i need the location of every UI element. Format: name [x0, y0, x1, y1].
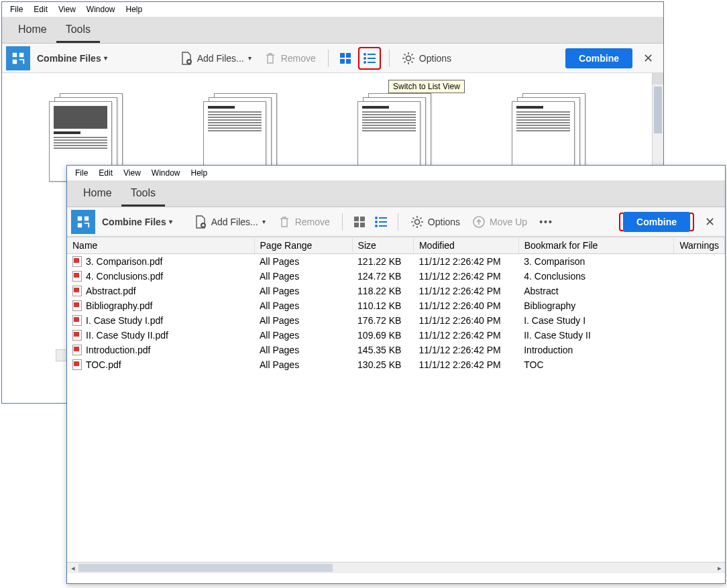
- col-size[interactable]: Size: [352, 237, 413, 254]
- svg-rect-24: [379, 217, 387, 219]
- table-row[interactable]: Introduction.pdfAll Pages145.35 KB11/1/1…: [67, 343, 725, 357]
- add-files-button[interactable]: Add Files... ▾: [176, 49, 256, 68]
- svg-rect-11: [368, 58, 376, 59]
- menu-window[interactable]: Window: [146, 167, 186, 179]
- combine-files-label[interactable]: Combine Files ▾: [102, 217, 172, 227]
- options-button[interactable]: Options: [406, 213, 464, 231]
- cell-size: 130.25 KB: [352, 357, 413, 372]
- list-view-button[interactable]: [372, 213, 390, 231]
- combine-files-badge-icon: [6, 46, 30, 70]
- svg-rect-2: [13, 59, 17, 63]
- tab-home[interactable]: Home: [9, 17, 56, 43]
- svg-rect-17: [78, 223, 82, 227]
- combine-files-text: Combine Files: [102, 217, 166, 227]
- table-row[interactable]: Abstract.pdfAll Pages118.22 KB11/1/12 2:…: [67, 284, 725, 298]
- cell-bookmark: II. Case Study II: [518, 328, 674, 343]
- pdf-icon: [72, 315, 82, 326]
- svg-rect-4: [340, 53, 345, 58]
- cell-warnings: [674, 254, 725, 270]
- options-label: Options: [428, 217, 460, 227]
- cell-modified: 11/1/12 2:26:42 PM: [413, 254, 518, 270]
- menu-view[interactable]: View: [53, 3, 81, 15]
- pdf-icon: [72, 300, 82, 311]
- cell-warnings: [674, 298, 725, 313]
- svg-rect-5: [346, 53, 351, 58]
- table-row[interactable]: 3. Comparison.pdfAll Pages121.22 KB11/1/…: [67, 254, 725, 270]
- gear-icon: [410, 215, 424, 229]
- scroll-left-icon[interactable]: ◂: [67, 564, 78, 573]
- add-files-label: Add Files...: [211, 217, 258, 227]
- col-name[interactable]: Name: [67, 237, 254, 254]
- cell-warnings: [674, 343, 725, 357]
- gear-icon: [402, 52, 415, 65]
- cell-modified: 11/1/12 2:26:42 PM: [413, 284, 518, 298]
- scroll-right-icon[interactable]: ▸: [714, 564, 725, 573]
- cell-size: 121.22 KB: [352, 254, 413, 270]
- cell-range: All Pages: [254, 357, 352, 372]
- combine-files-label[interactable]: Combine Files ▾: [37, 53, 107, 64]
- table-row[interactable]: I. Case Study I.pdfAll Pages176.72 KB11/…: [67, 313, 725, 328]
- cell-modified: 11/1/12 2:26:42 PM: [413, 343, 518, 357]
- options-button[interactable]: Options: [398, 49, 455, 68]
- toolbar-separator: [389, 50, 390, 67]
- cell-name: Abstract.pdf: [67, 284, 254, 298]
- cell-name: TOC.pdf: [67, 357, 254, 372]
- cell-modified: 11/1/12 2:26:40 PM: [413, 298, 518, 313]
- tab-tools[interactable]: Tools: [56, 17, 100, 43]
- svg-rect-22: [360, 223, 365, 227]
- col-warnings[interactable]: Warnings: [674, 237, 725, 254]
- cell-warnings: [674, 328, 725, 343]
- tabbar: Home Tools: [2, 17, 663, 44]
- menu-window[interactable]: Window: [81, 3, 121, 15]
- list-view-button[interactable]: [361, 50, 378, 67]
- table-row[interactable]: TOC.pdfAll Pages130.25 KB11/1/12 2:26:42…: [67, 357, 725, 372]
- cell-bookmark: I. Case Study I: [518, 313, 674, 328]
- remove-label: Remove: [281, 53, 316, 64]
- menu-edit[interactable]: Edit: [93, 167, 118, 179]
- pdf-icon: [72, 271, 82, 282]
- combine-button[interactable]: Combine: [565, 48, 632, 68]
- col-pagerange[interactable]: Page Range: [254, 237, 352, 254]
- tab-tools[interactable]: Tools: [121, 180, 165, 207]
- close-panel-button[interactable]: ✕: [698, 215, 721, 229]
- svg-point-23: [375, 217, 378, 219]
- col-bookmark[interactable]: Bookmark for File: [518, 237, 674, 254]
- list-view-highlight: [358, 47, 381, 70]
- thumbnail-view-button[interactable]: [351, 213, 368, 231]
- menu-file[interactable]: File: [5, 3, 28, 15]
- horizontal-scrollbar[interactable]: ◂ ▸: [67, 562, 725, 573]
- tab-home[interactable]: Home: [74, 180, 121, 207]
- menu-view[interactable]: View: [118, 167, 146, 179]
- svg-rect-15: [78, 216, 82, 220]
- svg-rect-9: [368, 54, 376, 55]
- cell-name: II. Case Study II.pdf: [67, 328, 254, 343]
- cell-name: Bibliography.pdf: [67, 298, 254, 313]
- cell-bookmark: TOC: [518, 357, 674, 372]
- menu-edit[interactable]: Edit: [28, 3, 53, 15]
- combine-button[interactable]: Combine: [623, 212, 690, 232]
- menu-file[interactable]: File: [70, 167, 93, 179]
- combine-button-highlight: Combine: [619, 213, 694, 231]
- thumbnail-view-button[interactable]: [337, 50, 354, 67]
- cell-name: 3. Comparison.pdf: [67, 254, 254, 270]
- menubar: File Edit View Window Help: [2, 2, 663, 17]
- svg-rect-13: [368, 62, 376, 63]
- table-row[interactable]: 4. Conclusions.pdfAll Pages124.72 KB11/1…: [67, 269, 725, 284]
- svg-rect-6: [340, 59, 345, 64]
- combine-files-badge-icon: [71, 210, 95, 234]
- menu-help[interactable]: Help: [121, 3, 148, 15]
- svg-rect-0: [13, 52, 17, 56]
- add-files-label: Add Files...: [197, 53, 244, 64]
- close-panel-button[interactable]: ✕: [636, 51, 659, 66]
- cell-warnings: [674, 313, 725, 328]
- move-up-label: Move Up: [490, 217, 527, 227]
- col-modified[interactable]: Modified: [413, 237, 518, 254]
- remove-label: Remove: [295, 217, 330, 227]
- menu-help[interactable]: Help: [186, 167, 213, 179]
- table-row[interactable]: Bibliography.pdfAll Pages110.12 KB11/1/1…: [67, 298, 725, 313]
- table-row[interactable]: II. Case Study II.pdfAll Pages109.69 KB1…: [67, 328, 725, 343]
- add-files-button[interactable]: Add Files... ▾: [190, 213, 270, 231]
- pdf-icon: [72, 256, 82, 267]
- more-actions-button[interactable]: •••: [535, 214, 557, 230]
- menubar: File Edit View Window Help: [67, 166, 725, 180]
